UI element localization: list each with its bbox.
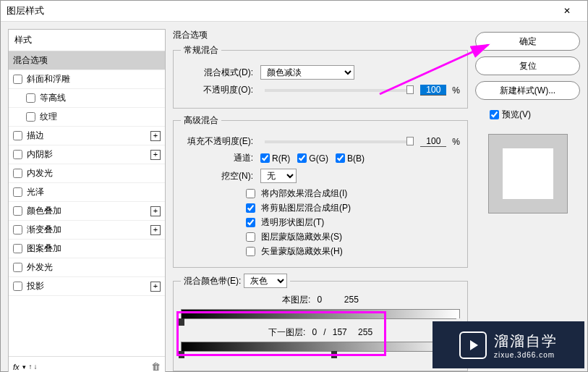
fill-opacity-label: 填充不透明度(E): <box>181 135 253 148</box>
style-checkbox[interactable] <box>13 244 22 253</box>
opt-transparency-shapes[interactable] <box>246 218 255 227</box>
plus-icon[interactable]: + <box>150 225 161 235</box>
arrow-up-icon[interactable]: ↑ <box>29 363 33 371</box>
style-label: 纹理 <box>40 111 161 123</box>
style-checkbox[interactable] <box>13 75 22 84</box>
dialog-title: 图层样式 <box>7 4 44 17</box>
style-checkbox[interactable] <box>13 169 22 178</box>
slider-thumb[interactable] <box>406 137 414 145</box>
style-item[interactable]: 颜色叠加+ <box>9 202 165 221</box>
fill-opacity-input[interactable] <box>420 136 446 147</box>
plus-icon[interactable]: + <box>150 282 161 292</box>
style-checkbox[interactable] <box>13 225 22 234</box>
blend-if-group: 混合颜色带(E): 灰色 本图层: 0 255 下一图层: 0 <box>173 274 468 371</box>
ok-button[interactable]: 确定 <box>475 32 580 51</box>
style-label: 光泽 <box>27 186 161 198</box>
right-panel: 确定 复位 新建样式(W)... 预览(V) <box>475 29 580 372</box>
fill-opacity-slider[interactable] <box>265 140 413 143</box>
style-checkbox[interactable] <box>26 112 35 122</box>
style-label: 内阴影 <box>27 148 150 161</box>
style-label: 外发光 <box>27 261 161 274</box>
style-list: 混合选项斜面和浮雕等高线纹理描边+内阴影+内发光光泽颜色叠加+渐变叠加+图案叠加… <box>9 51 165 356</box>
blend-if-select[interactable]: 灰色 <box>244 274 287 288</box>
plus-icon[interactable]: + <box>150 206 161 216</box>
preview-checkbox[interactable] <box>490 110 499 119</box>
style-checkbox[interactable] <box>13 282 22 291</box>
opt-layer-mask-hide[interactable] <box>246 232 255 242</box>
layer-style-dialog: 图层样式 ✕ 样式 混合选项斜面和浮雕等高线纹理描边+内阴影+内发光光泽颜色叠加… <box>0 0 588 372</box>
knockout-select[interactable]: 无 <box>260 169 297 183</box>
opacity-slider[interactable] <box>265 89 413 92</box>
channel-g[interactable]: G(G) <box>297 153 328 164</box>
arrow-down-icon[interactable]: ↓ <box>34 363 38 371</box>
knockout-label: 挖空(N): <box>181 170 253 182</box>
gradient-marker-mid[interactable] <box>331 351 337 358</box>
style-label: 内发光 <box>27 167 161 179</box>
titlebar: 图层样式 ✕ <box>1 1 587 22</box>
watermark-url: zixue.3d66.com <box>494 351 558 359</box>
style-checkbox[interactable] <box>13 150 22 159</box>
channel-b[interactable]: B(B) <box>336 153 365 164</box>
styles-header: 样式 <box>9 30 165 51</box>
style-checkbox[interactable] <box>13 263 22 272</box>
channel-r[interactable]: R(R) <box>260 153 290 164</box>
style-checkbox[interactable] <box>26 93 35 103</box>
opt-inner-effects[interactable] <box>246 189 255 198</box>
plus-icon[interactable]: + <box>150 150 161 160</box>
style-item[interactable]: 光泽 <box>9 183 165 202</box>
trash-icon[interactable]: 🗑 <box>151 361 161 372</box>
channels-label: 通道: <box>181 152 253 164</box>
style-label: 图案叠加 <box>27 242 161 255</box>
cancel-button[interactable]: 复位 <box>475 56 580 75</box>
blend-mode-select[interactable]: 颜色减淡 <box>260 65 354 80</box>
style-label: 斜面和浮雕 <box>27 73 161 85</box>
under-layer-gradient[interactable] <box>181 342 460 352</box>
style-item[interactable]: 混合选项 <box>9 51 165 70</box>
options-panel: 混合选项 常规混合 混合模式(D): 颜色减淡 不透明度(O): % <box>173 29 468 372</box>
style-label: 描边 <box>27 130 150 142</box>
opacity-label: 不透明度(O): <box>181 84 253 96</box>
style-item[interactable]: 纹理 <box>9 108 165 127</box>
gradient-marker-black[interactable] <box>179 351 184 358</box>
preview-box <box>488 134 568 214</box>
style-label: 颜色叠加 <box>27 205 150 217</box>
style-checkbox[interactable] <box>13 187 22 197</box>
plus-icon[interactable]: + <box>150 131 161 141</box>
styles-footer: fx ▾ ↑ ↓ 🗑 <box>9 356 165 372</box>
style-item[interactable]: 内发光 <box>9 164 165 183</box>
play-icon <box>459 331 487 359</box>
gradient-marker-black[interactable] <box>179 318 184 326</box>
opt-clip-group[interactable] <box>246 203 255 213</box>
content-area: 样式 混合选项斜面和浮雕等高线纹理描边+内阴影+内发光光泽颜色叠加+渐变叠加+图… <box>1 22 587 372</box>
style-label: 渐变叠加 <box>27 224 150 236</box>
style-label: 投影 <box>27 280 150 292</box>
watermark-title: 溜溜自学 <box>494 331 558 351</box>
slider-thumb[interactable] <box>406 85 414 94</box>
blend-if-legend: 混合颜色带(E): 灰色 <box>181 274 290 288</box>
normal-blend-legend: 常规混合 <box>181 44 221 56</box>
style-item[interactable]: 投影+ <box>9 277 165 296</box>
style-label: 混合选项 <box>13 54 161 67</box>
style-checkbox[interactable] <box>13 131 22 140</box>
style-item[interactable]: 内阴影+ <box>9 145 165 164</box>
new-style-button[interactable]: 新建样式(W)... <box>475 81 580 100</box>
advanced-blend-legend: 高级混合 <box>181 114 221 127</box>
style-item[interactable]: 渐变叠加+ <box>9 221 165 240</box>
preview-swatch <box>503 148 553 199</box>
opt-vector-mask-hide[interactable] <box>246 247 255 256</box>
chevron-down-icon[interactable]: ▾ <box>22 363 26 371</box>
style-item[interactable]: 描边+ <box>9 127 165 145</box>
blend-mode-label: 混合模式(D): <box>181 67 253 79</box>
style-item[interactable]: 斜面和浮雕 <box>9 70 165 89</box>
style-item[interactable]: 图案叠加 <box>9 240 165 258</box>
style-item[interactable]: 等高线 <box>9 89 165 108</box>
style-checkbox[interactable] <box>13 206 22 216</box>
style-item[interactable]: 外发光 <box>9 258 165 277</box>
pct-label: % <box>452 85 460 96</box>
opacity-input[interactable] <box>420 85 446 96</box>
close-button[interactable]: ✕ <box>553 1 581 21</box>
preview-label: 预览(V) <box>502 109 531 121</box>
this-layer-gradient[interactable] <box>181 309 460 319</box>
advanced-blend-group: 高级混合 填充不透明度(E): % 通道: R(R) G(G) B(B) <box>173 114 468 268</box>
blend-options-title: 混合选项 <box>173 29 468 41</box>
